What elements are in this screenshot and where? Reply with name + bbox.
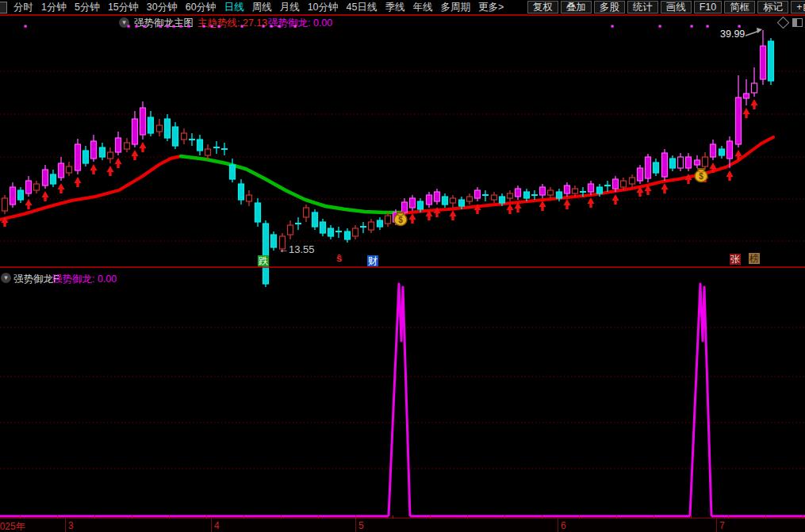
candle-body: [492, 195, 497, 200]
marker-down-chip[interactable]: 跌: [258, 255, 269, 266]
candle-body: [402, 202, 408, 212]
axis-tick: [504, 515, 505, 519]
axis-separator: [355, 519, 356, 532]
sub-indicator-value: 强势御龙: 0.00: [52, 273, 117, 286]
buy-arrow-icon: [661, 183, 669, 189]
signal-dot: [278, 25, 281, 28]
candle-body: [100, 147, 105, 157]
axis-tick: [542, 515, 542, 519]
buy-arrow-icon: [638, 193, 641, 197]
axis-tick: [691, 515, 692, 519]
axis-month-label: 6: [561, 520, 566, 531]
marker-s-icon[interactable]: ŝ: [335, 253, 343, 264]
axis-tick: [579, 515, 580, 519]
candle-body: [328, 228, 334, 236]
candle-body: [116, 138, 121, 152]
candle-body: [197, 140, 203, 151]
buy-arrow-icon: [3, 223, 6, 227]
candle-body: [548, 190, 554, 195]
marker-bang-chip[interactable]: 榜: [749, 253, 760, 264]
buy-arrow-icon: [133, 156, 136, 160]
money-bag-dollar: $: [699, 172, 703, 181]
candle-body: [2, 198, 8, 211]
candle-body: [345, 232, 351, 239]
candle-body: [654, 163, 659, 173]
axis-tick: [20, 515, 21, 519]
high-pointer-arrow: [757, 28, 762, 33]
axis-year-label: 2025年: [0, 520, 25, 532]
buy-arrow-icon: [59, 189, 62, 193]
candle-body: [182, 133, 187, 140]
low-price-annotation: ←13.55: [278, 243, 315, 255]
signal-dot: [128, 25, 130, 28]
money-bag-dollar: $: [398, 216, 403, 224]
candle-body: [288, 225, 293, 235]
candle-body: [540, 187, 546, 195]
candle-body: [573, 189, 578, 193]
axis-tick: [467, 515, 468, 519]
marker-wealth-chip[interactable]: 财: [367, 255, 378, 266]
candle-body: [435, 192, 440, 201]
buy-arrow-icon: [508, 210, 511, 214]
signal-dot: [203, 25, 205, 28]
candle-body: [10, 187, 16, 205]
axis-separator: [211, 519, 212, 532]
candle-body: [148, 117, 154, 133]
signal-spike: [389, 284, 410, 516]
buy-arrow-icon: [743, 108, 750, 114]
candle-body: [450, 198, 456, 203]
buy-arrow-icon: [751, 99, 758, 105]
signal-dot: [159, 25, 162, 28]
candle-body: [524, 192, 530, 198]
candle-body: [418, 201, 424, 209]
buy-arrow-icon: [735, 150, 742, 156]
candle-body: [125, 143, 130, 149]
axis-tick: [281, 515, 282, 519]
sub-panel-chevron-icon[interactable]: ▾: [1, 273, 11, 283]
axis-tick: [765, 515, 766, 519]
signal-dot: [263, 25, 265, 28]
axis-tick: [132, 515, 132, 519]
signal-dot: [188, 25, 190, 28]
trend-line-green: [181, 156, 402, 212]
signal-dot: [136, 25, 138, 28]
signal-spike: [690, 284, 711, 516]
candle-body: [646, 157, 651, 178]
buy-arrow-icon: [614, 201, 616, 205]
signal-dot: [25, 25, 27, 28]
candle-body: [26, 181, 32, 193]
buy-arrow-icon: [58, 183, 65, 189]
candle-body: [703, 157, 708, 166]
high-price-annotation: 39.99: [720, 29, 745, 40]
buy-arrow-icon: [565, 205, 568, 209]
signal-dot: [173, 25, 175, 28]
buy-arrow-icon: [409, 213, 416, 220]
candle-body: [263, 224, 269, 284]
candle-body: [662, 153, 668, 177]
candle-body: [271, 235, 277, 247]
axis-tick: [430, 515, 431, 519]
candle-body: [67, 166, 72, 173]
price-chart-svg: $$: [0, 0, 805, 532]
candle-body: [157, 125, 163, 132]
buy-arrow-icon: [588, 197, 595, 204]
candle-body: [312, 212, 318, 227]
trading-app-window: 分时1分钟5分钟15分钟30分钟60分钟日线周线月线10分钟45日线季线年线多周…: [0, 0, 805, 532]
candle-body: [613, 179, 619, 189]
axis-tick: [728, 515, 729, 519]
signal-dot: [691, 25, 693, 28]
axis-tick: [318, 515, 319, 519]
candle-body: [727, 141, 733, 159]
buy-arrow-icon: [710, 163, 717, 169]
buy-arrow-icon: [427, 216, 430, 220]
marker-zhang-chip[interactable]: 张: [730, 254, 741, 265]
buy-arrow-icon: [92, 170, 94, 174]
candle-body: [719, 149, 725, 155]
time-axis[interactable]: 2025年 34567: [0, 518, 805, 532]
candle-body: [761, 46, 766, 79]
candle-body: [255, 203, 261, 222]
candle-body: [736, 98, 742, 144]
signal-dot: [659, 25, 661, 28]
candle-body: [769, 41, 774, 81]
buy-arrow-icon: [140, 142, 147, 148]
